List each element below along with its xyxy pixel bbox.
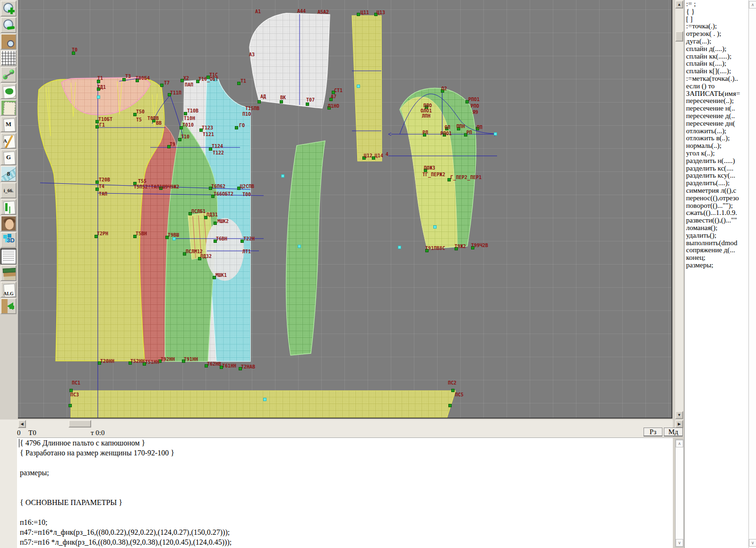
piece-detail-white[interactable] xyxy=(206,218,244,281)
command-item[interactable]: := ; xyxy=(686,0,748,8)
alg-glyph: ALG xyxy=(1,283,16,297)
command-item[interactable]: выполнить(dmod xyxy=(686,240,748,247)
command-item[interactable]: сплайн к[](....); xyxy=(686,68,748,75)
editor-line xyxy=(20,508,673,518)
toolbar-icon-map-page[interactable] xyxy=(0,83,17,99)
editor-line: размеры; xyxy=(20,469,673,479)
editor-line xyxy=(20,479,673,488)
editor-line xyxy=(20,488,673,498)
command-item[interactable]: развести((),()..."" xyxy=(686,217,748,224)
pattern-green-glyph xyxy=(1,101,16,115)
command-item[interactable]: :=метка(точка(.).. xyxy=(686,75,748,83)
status-mode: Т0 xyxy=(28,429,36,437)
command-item[interactable]: сжать(()...1.1.0.9. xyxy=(686,209,748,217)
toolbar-icon-pattern-m[interactable]: M xyxy=(0,116,17,132)
panel-scrollbar[interactable] xyxy=(748,0,756,548)
editor-line: { 4796 Длинное пальто с капюшоном } xyxy=(20,439,673,449)
text-caret xyxy=(19,439,19,447)
scroll-right-button[interactable]: ▶ xyxy=(675,420,683,428)
toolbar-icon-grid[interactable] xyxy=(0,50,17,66)
canvas-vscrollbar[interactable] xyxy=(675,0,683,420)
command-item[interactable]: конец; xyxy=(686,254,748,262)
command-item[interactable]: ЗАПИСАТЬ(имя= xyxy=(686,90,748,98)
command-item[interactable]: отложить в(..); xyxy=(686,135,748,142)
toolbar-icon-pattern-g[interactable]: G xyxy=(0,149,17,165)
piece-hood-white[interactable] xyxy=(249,13,330,108)
toolbar-icon-alg[interactable]: ALG xyxy=(0,282,17,298)
toolbar-icon-zoom-in[interactable] xyxy=(0,0,17,17)
command-item[interactable]: сплайн кк(.....); xyxy=(686,53,748,60)
scroll-up-button[interactable]: ▲ xyxy=(675,0,683,9)
command-item[interactable]: отрезок( . ); xyxy=(686,30,748,38)
command-item[interactable]: сплайн д(....); xyxy=(686,45,748,53)
hscroll-thumb[interactable] xyxy=(69,420,91,428)
toolbar-icon-doclist[interactable] xyxy=(0,248,17,265)
toolbar-icon-segment[interactable] xyxy=(0,67,17,83)
scroll-left-button[interactable]: ◀ xyxy=(18,420,26,428)
command-item[interactable]: размеры; xyxy=(686,262,748,269)
map-page-glyph xyxy=(1,84,16,98)
command-item[interactable]: [ ] xyxy=(686,16,748,23)
toolbar: MAG8i_66.3DALG xyxy=(0,0,17,419)
toolbar-icon-sheet-lens[interactable] xyxy=(0,34,17,50)
command-item[interactable]: отложить(...); xyxy=(686,128,748,135)
command-item[interactable]: разделить н(.....) xyxy=(686,157,748,165)
ruler8-glyph: 8 xyxy=(1,167,16,181)
command-item[interactable]: поворот(()...""); xyxy=(686,202,748,210)
panel-scroll-down[interactable]: ∨ xyxy=(749,539,756,547)
piece-long-green[interactable] xyxy=(286,141,325,355)
command-item[interactable]: разделить(....); xyxy=(686,180,748,187)
toolbar-icon-pattern-green[interactable] xyxy=(0,100,17,116)
command-item[interactable]: { } xyxy=(686,8,748,16)
scroll-down-button[interactable]: ▼ xyxy=(675,411,683,419)
pattern-m-glyph: M xyxy=(1,117,16,131)
command-item[interactable]: перенос((),отрезо xyxy=(686,195,748,202)
toolbar-icon-exit[interactable] xyxy=(0,298,17,314)
editor-scroll-down[interactable]: ∨ xyxy=(676,539,683,547)
command-item[interactable]: пересечение д(.. xyxy=(686,112,748,120)
command-item[interactable]: ломаная(); xyxy=(686,224,748,232)
toolbar-icon-chart[interactable] xyxy=(0,199,17,215)
status-zero: 0 xyxy=(17,429,21,437)
portrait-glyph xyxy=(1,216,16,231)
editor-scrollbar[interactable] xyxy=(675,439,684,547)
toolbar-icon-drafting[interactable]: A xyxy=(0,133,17,149)
command-item[interactable]: пересечение н(.. xyxy=(686,105,748,112)
editor-line: п57:=п16 *л_фнк(рз_16,((80,0.38),(92,0.3… xyxy=(20,538,673,548)
piece-belt-yellow[interactable] xyxy=(71,391,455,418)
command-item[interactable]: сплайн к(....); xyxy=(686,60,748,68)
rz-button[interactable]: Рз xyxy=(644,428,662,437)
toolbar-icon-ruler8[interactable]: 8 xyxy=(0,166,17,182)
toolbar-icon-books[interactable] xyxy=(0,265,17,281)
command-panel: := ;{ }[ ]:=точка(.);отрезок( . );дуга(.… xyxy=(684,0,748,548)
command-item[interactable]: дуга(...); xyxy=(686,38,748,45)
program-editor[interactable]: { 4796 Длинное пальто с капюшоном }{ Раз… xyxy=(17,437,673,548)
editor-line: п47:=п16*л_фнк(рз_16,((80,0.22),(92,0.22… xyxy=(20,528,673,538)
editor-scroll-up[interactable]: ∧ xyxy=(676,440,683,447)
command-item[interactable]: пересечение дн( xyxy=(686,120,748,128)
toolbar-icon-i66[interactable]: i_66. xyxy=(0,182,17,198)
command-item[interactable]: нормаль(..); xyxy=(686,142,748,150)
pattern-canvas[interactable]: Т0А1А44А5А2Ц11Ц13А3АДВКТ07СТ1А7П1НОЦ12Ц1… xyxy=(18,0,672,419)
command-item[interactable]: :=точка(.); xyxy=(686,23,748,30)
vscroll-thumb[interactable] xyxy=(675,31,683,42)
command-item[interactable]: если () то xyxy=(686,83,748,90)
editor-line: п16:=10; xyxy=(20,518,673,528)
command-item[interactable]: угол к(..); xyxy=(686,150,748,157)
editor-line xyxy=(20,459,673,469)
toolbar-icon-portrait[interactable] xyxy=(0,215,17,231)
command-item[interactable]: сопряжение д(... xyxy=(686,247,748,254)
command-item[interactable]: удалить(); xyxy=(686,232,748,240)
command-item[interactable]: пересечение(..); xyxy=(686,97,748,105)
piece-strip-yellow[interactable] xyxy=(352,16,382,161)
command-item[interactable]: разделить ксу(... xyxy=(686,172,748,180)
command-item[interactable]: симметрия л((),с xyxy=(686,187,748,195)
md-button[interactable]: Мд xyxy=(664,428,683,437)
command-item[interactable]: разделить кс(.... xyxy=(686,165,748,172)
panel-scroll-up[interactable]: ∧ xyxy=(749,1,756,9)
toolbar-icon-threed[interactable]: 3D xyxy=(0,232,17,248)
pattern-drawing xyxy=(18,0,672,418)
drafting-glyph: A xyxy=(1,134,16,148)
canvas-hscrollbar[interactable] xyxy=(0,420,673,428)
toolbar-icon-zoom-out[interactable] xyxy=(0,17,17,33)
